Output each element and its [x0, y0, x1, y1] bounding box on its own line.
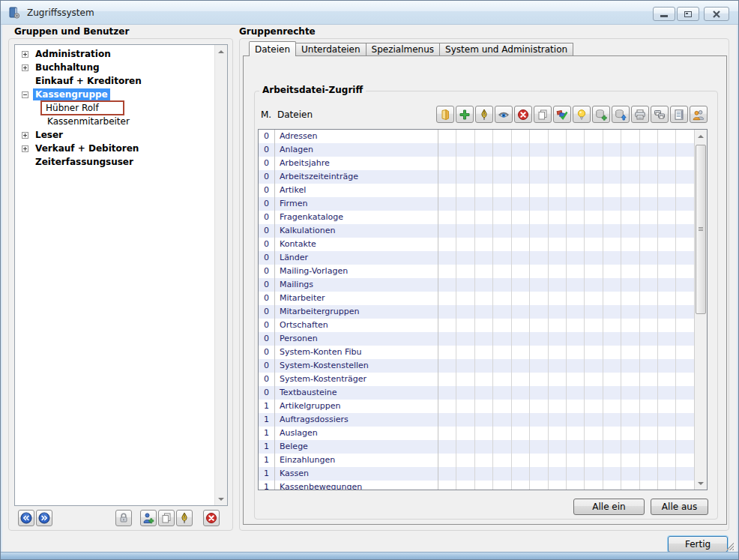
cell-permission[interactable] [475, 184, 493, 197]
cell-permission[interactable] [567, 278, 585, 292]
cell-permission[interactable] [676, 413, 693, 427]
bulb-button[interactable] [573, 106, 591, 123]
cell-permission[interactable] [475, 292, 493, 305]
close-button[interactable] [704, 7, 729, 21]
cell-permission[interactable] [493, 427, 511, 440]
cell-permission[interactable] [512, 454, 530, 467]
cell-permission[interactable] [475, 265, 493, 278]
cell-permission[interactable] [438, 130, 456, 143]
cell-permission[interactable] [493, 305, 511, 319]
table-row-mitarbeitergruppen[interactable]: 0Mitarbeitergruppen [259, 305, 694, 319]
copy-button[interactable] [158, 510, 175, 526]
cell-permission[interactable] [549, 332, 567, 346]
cell-permission[interactable] [493, 413, 511, 427]
cell-permission[interactable] [567, 197, 585, 211]
cell-permission[interactable] [621, 319, 639, 332]
cell-permission[interactable] [567, 400, 585, 413]
cell-permission[interactable] [512, 265, 530, 278]
plus-expander-icon[interactable] [22, 51, 28, 58]
cell-permission[interactable] [456, 197, 474, 211]
cell-permission[interactable] [530, 481, 548, 490]
table-row-arbeitszeiteintr-ge[interactable]: 0Arbeitszeiteinträge [259, 170, 694, 184]
cell-permission[interactable] [658, 386, 676, 400]
cell-permission[interactable] [530, 440, 548, 454]
cell-permission[interactable] [658, 130, 676, 143]
table-row-artikelgruppen[interactable]: 1Artikelgruppen [259, 400, 694, 413]
cell-permission[interactable] [475, 440, 493, 454]
cell-permission[interactable] [621, 184, 639, 197]
scroll-up-button[interactable] [695, 130, 707, 142]
cell-permission[interactable] [530, 238, 548, 251]
cell-permission[interactable] [456, 143, 474, 157]
cell-permission[interactable] [658, 224, 676, 238]
tree-item-kassengruppe[interactable]: Kassengruppe [15, 88, 214, 101]
cell-permission[interactable] [658, 211, 676, 224]
cell-permission[interactable] [493, 278, 511, 292]
cell-permission[interactable] [567, 251, 585, 265]
cell-permission[interactable] [585, 359, 603, 373]
table-row-kassenbewegungen[interactable]: 1Kassenbewegungen [259, 481, 694, 490]
cell-permission[interactable] [585, 373, 603, 386]
cell-permission[interactable] [456, 319, 474, 332]
cell-permission[interactable] [585, 211, 603, 224]
cell-permission[interactable] [621, 386, 639, 400]
cell-permission[interactable] [530, 292, 548, 305]
cell-permission[interactable] [438, 224, 456, 238]
cell-permission[interactable] [621, 265, 639, 278]
cell-permission[interactable] [640, 157, 658, 170]
cell-permission[interactable] [603, 238, 621, 251]
table-row-auftragsdossiers[interactable]: 1Auftragsdossiers [259, 413, 694, 427]
cell-permission[interactable] [567, 467, 585, 481]
cell-permission[interactable] [676, 332, 693, 346]
cell-permission[interactable] [676, 278, 693, 292]
alle-aus-button[interactable]: Alle aus [651, 499, 708, 515]
cell-permission[interactable] [456, 454, 474, 467]
cell-permission[interactable] [658, 332, 676, 346]
cell-permission[interactable] [621, 197, 639, 211]
cell-permission[interactable] [567, 170, 585, 184]
cell-permission[interactable] [603, 440, 621, 454]
cell-permission[interactable] [493, 184, 511, 197]
cell-permission[interactable] [640, 292, 658, 305]
cell-permission[interactable] [493, 373, 511, 386]
cell-permission[interactable] [512, 157, 530, 170]
cell-permission[interactable] [603, 467, 621, 481]
cell-permission[interactable] [658, 197, 676, 211]
cell-permission[interactable] [549, 251, 567, 265]
cell-permission[interactable] [530, 143, 548, 157]
cell-permission[interactable] [438, 265, 456, 278]
add-user-button[interactable] [140, 510, 157, 526]
cell-permission[interactable] [475, 319, 493, 332]
scroll-down-button[interactable] [215, 493, 227, 505]
cell-permission[interactable] [530, 157, 548, 170]
cell-permission[interactable] [621, 170, 639, 184]
cell-permission[interactable] [438, 143, 456, 157]
cell-permission[interactable] [640, 251, 658, 265]
table-row-auslagen[interactable]: 1Auslagen [259, 427, 694, 440]
tree-item-kassenmitarbeiter[interactable]: Kassenmitarbeiter [15, 115, 214, 128]
cell-permission[interactable] [621, 130, 639, 143]
cell-permission[interactable] [549, 346, 567, 359]
cell-permission[interactable] [493, 454, 511, 467]
cell-permission[interactable] [549, 400, 567, 413]
cell-permission[interactable] [475, 278, 493, 292]
table-row-system-kostentr-ger[interactable]: 0System-Kostenträger [259, 373, 694, 386]
fertig-button[interactable]: Fertig [668, 536, 728, 553]
cell-permission[interactable] [493, 386, 511, 400]
cell-permission[interactable] [658, 292, 676, 305]
cell-permission[interactable] [621, 481, 639, 490]
maximize-button[interactable] [677, 7, 699, 21]
cell-permission[interactable] [475, 143, 493, 157]
cell-permission[interactable] [493, 319, 511, 332]
cell-permission[interactable] [567, 413, 585, 427]
table-row-system-kostenstellen[interactable]: 0System-Kostenstellen [259, 359, 694, 373]
cell-permission[interactable] [603, 197, 621, 211]
cell-permission[interactable] [658, 251, 676, 265]
cell-permission[interactable] [640, 170, 658, 184]
cell-permission[interactable] [640, 224, 658, 238]
table-row-textbausteine[interactable]: 0Textbausteine [259, 386, 694, 400]
cell-permission[interactable] [530, 265, 548, 278]
cell-permission[interactable] [676, 467, 693, 481]
tab-dateien[interactable]: Dateien [249, 41, 296, 56]
cell-permission[interactable] [512, 400, 530, 413]
